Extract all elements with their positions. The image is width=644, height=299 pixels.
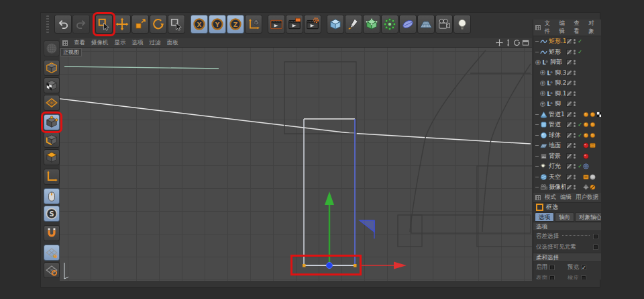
object-name[interactable]: 摄像机 (549, 183, 566, 191)
compositing-tag-icon[interactable] (583, 174, 589, 180)
object-row[interactable]: 管道1 (533, 110, 601, 120)
add-environment-button[interactable] (399, 15, 417, 34)
viewport-menu-panel[interactable]: 面板 (167, 39, 178, 47)
tab-object-axis[interactable]: 对象轴心 (575, 212, 601, 222)
add-generator-button[interactable] (363, 15, 380, 34)
layer-swatch[interactable] (566, 70, 572, 76)
add-spline-button[interactable] (345, 15, 362, 34)
object-row[interactable]: +Lo脚部 (533, 57, 601, 68)
enable-axis-button[interactable] (44, 169, 60, 185)
om-menu-view[interactable]: 查看 (574, 19, 584, 36)
maximize-view-icon[interactable] (522, 39, 529, 46)
layer-swatch[interactable] (566, 112, 572, 118)
phong-tag-icon[interactable] (583, 122, 589, 128)
layer-swatch[interactable] (566, 153, 572, 159)
tab-options[interactable]: 选项 (535, 212, 554, 222)
lock-y-axis-button[interactable]: Y (209, 15, 226, 34)
compositing-tag-icon[interactable] (590, 142, 596, 148)
viewport-menu-grid-icon[interactable] (62, 40, 68, 46)
redo-button[interactable] (72, 15, 90, 34)
scale-button[interactable] (131, 15, 149, 34)
viewport-menu-display[interactable]: 显示 (115, 39, 126, 47)
z-axis-handle[interactable] (360, 220, 374, 239)
move-button[interactable] (113, 15, 131, 34)
crosshair-tag-icon[interactable] (583, 184, 589, 190)
object-name[interactable]: 天空 (549, 173, 566, 181)
add-camera-button[interactable] (435, 15, 453, 34)
object-name[interactable]: 脚.1 (555, 89, 566, 98)
expander-toggle[interactable]: + (535, 60, 541, 65)
zoom-view-icon[interactable] (504, 39, 512, 46)
object-row[interactable]: 灯光✓ (533, 161, 601, 172)
visibility-dots[interactable] (574, 164, 576, 169)
workplane-lock-button[interactable]: e (44, 245, 60, 261)
layer-swatch[interactable] (566, 174, 572, 180)
viewport-canvas[interactable]: 正视图 (60, 48, 532, 281)
enabled-check[interactable]: ✓ (577, 163, 583, 169)
tab-axis[interactable]: 轴向 (555, 212, 574, 222)
object-manager-grid-icon[interactable] (535, 25, 541, 30)
target-tag-icon[interactable] (583, 163, 589, 169)
visibility-dots[interactable] (574, 185, 576, 189)
visibility-dots[interactable] (574, 122, 576, 127)
texture-mode-button[interactable] (44, 77, 60, 93)
make-editable-button[interactable] (44, 40, 60, 56)
undo-button[interactable] (54, 15, 72, 34)
add-floor-button[interactable] (417, 15, 435, 34)
enable-snap-button[interactable]: S (44, 206, 60, 222)
visibility-dots[interactable] (574, 39, 576, 44)
attribute-grid-icon[interactable] (535, 195, 541, 200)
material-red-tag-icon[interactable] (583, 153, 589, 159)
object-name[interactable]: 脚.2 (555, 79, 566, 87)
polygons-mode-button[interactable] (44, 149, 60, 165)
add-light-button[interactable] (453, 15, 471, 34)
expander-toggle[interactable]: + (540, 101, 545, 107)
object-name[interactable]: 矩形.1 (549, 37, 566, 46)
layer-swatch[interactable] (566, 184, 572, 190)
object-row[interactable]: 摄像机 (533, 182, 601, 193)
object-row[interactable]: 矩形.1✓ (533, 36, 601, 47)
visibility-dots[interactable] (574, 154, 576, 159)
attr-menu-userdata[interactable]: 用户数据 (576, 194, 598, 202)
quantize-magnet-button[interactable] (44, 225, 60, 241)
object-row[interactable]: +Lo脚.2 (533, 78, 601, 89)
visible-only-checkbox[interactable] (593, 245, 598, 250)
object-name[interactable]: 脚.3 (555, 69, 566, 77)
expander-toggle[interactable]: + (540, 70, 545, 75)
material-red-tag-icon[interactable] (583, 142, 589, 148)
texture-checker-tag-icon[interactable] (596, 112, 601, 118)
teal-spline[interactable] (64, 67, 219, 69)
om-menu-objects[interactable]: 对象 (588, 19, 599, 36)
expander-toggle[interactable]: + (540, 81, 545, 86)
toolbar-drag-handle[interactable] (46, 15, 49, 33)
surface-checkbox[interactable] (549, 275, 555, 280)
object-row[interactable]: +Lo脚 (533, 99, 601, 110)
visibility-dots[interactable] (574, 60, 576, 65)
viewport-menu-view[interactable]: 查看 (74, 39, 85, 47)
viewport-menu-filter[interactable]: 过滤 (150, 39, 161, 47)
object-row[interactable]: 球体✓ (533, 130, 601, 141)
visibility-dots[interactable] (574, 50, 576, 54)
object-name[interactable]: 地面 (549, 141, 566, 150)
enabled-check[interactable]: ✓ (577, 132, 583, 138)
visibility-dots[interactable] (574, 133, 576, 138)
points-mode-button[interactable] (44, 114, 60, 130)
texture-sphere-tag-icon[interactable] (590, 174, 596, 180)
visibility-dots[interactable] (574, 112, 576, 117)
viewport-menu-cameras[interactable]: 摄像机 (91, 39, 109, 47)
layer-swatch[interactable] (566, 101, 572, 107)
object-row[interactable]: 背景 (533, 151, 601, 162)
preview-checkbox[interactable]: ✓ (581, 265, 586, 270)
phong-tag-icon[interactable] (590, 112, 596, 118)
phong-tag-icon[interactable] (583, 132, 589, 138)
visibility-dots[interactable] (574, 101, 576, 106)
object-row[interactable]: 矩形✓ (533, 47, 601, 58)
object-name[interactable]: 管道 (549, 120, 566, 129)
wireframe-rect-top[interactable] (284, 62, 356, 134)
tolerant-select-checkbox[interactable] (593, 234, 598, 239)
visibility-dots[interactable] (574, 91, 576, 96)
layer-swatch[interactable] (566, 59, 572, 65)
visibility-dots[interactable] (574, 71, 576, 75)
rotate-button[interactable] (150, 15, 167, 34)
visibility-dots[interactable] (574, 143, 576, 148)
